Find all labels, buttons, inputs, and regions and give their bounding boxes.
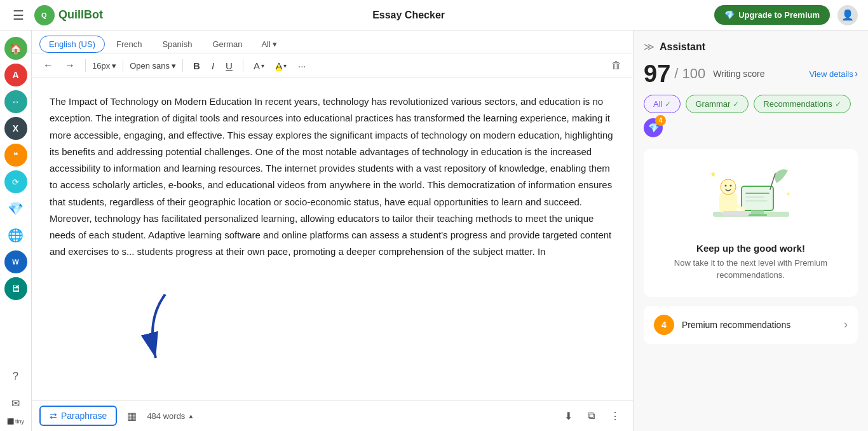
sidebar-item-translate[interactable]: ⟳ [4,170,27,193]
bold-button[interactable]: B [189,58,204,74]
score-row: 97 / 100 Writing score View details › [644,62,858,86]
all-dropdown-icon: ▾ [273,39,277,49]
score-divider: / [674,65,678,82]
font-size-selector[interactable]: 16px ▾ [92,61,116,71]
sidebar-item-chrome[interactable]: 🌐 [4,224,27,247]
badge-count: 4 [655,115,666,126]
all-label: All [261,39,270,49]
sidebar-item-home[interactable]: 🏠 [4,37,27,60]
filter-all-button[interactable]: All ✓ [644,95,681,113]
header-title: Essay Checker [111,10,707,21]
right-sidebar: ≫ Assistant 97 / 100 Writing score View … [633,31,868,431]
assistant-expand-icon[interactable]: ≫ [644,41,654,53]
font-family-dropdown-icon: ▾ [172,61,176,71]
sidebar-item-tiny[interactable]: ⬛ tiny [7,418,24,425]
expand-count-button[interactable]: ▲ [187,413,194,420]
tab-english[interactable]: English (US) [39,36,105,53]
more-options-button[interactable]: ··· [294,58,310,74]
more-bottom-button[interactable]: ⋮ [605,407,625,425]
highlight-button[interactable]: A ▾ [272,58,290,74]
svg-rect-15 [722,211,749,216]
word-icon: W [12,258,18,266]
highlight-icon: A [276,60,282,71]
table-button[interactable]: ▦ [122,407,142,425]
filter-grammar-button[interactable]: Grammar ✓ [686,95,749,113]
editor-toolbar: ← → 16px ▾ Open sans ▾ B I U A ▾ A [32,53,633,78]
svg-point-13 [729,185,731,187]
view-details-arrow: › [855,68,858,79]
filter-row: All ✓ Grammar ✓ Recommendations ✓ 💎 4 [644,95,858,137]
grammar-icon: A [12,70,18,80]
tab-spanish[interactable]: Spanish [153,36,201,52]
svg-text:Q: Q [41,11,47,19]
menu-button[interactable]: ☰ [10,5,27,25]
premium-recommendations-row[interactable]: 4 Premium recommendations › [644,306,858,344]
mail-icon: ✉ [11,397,20,409]
left-sidebar: 🏠 A ↔ X ❝ ⟳ 💎 🌐 W 🖥 ? [0,31,32,431]
delete-button[interactable]: 🗑 [607,57,625,74]
upgrade-diamond-icon: 💎 [724,10,735,20]
menu-icon: ☰ [13,8,24,22]
illustration-title: Keep up the good work! [696,243,805,254]
sidebar-item-monitor[interactable]: 🖥 [4,277,27,300]
editor-section: English (US) French Spanish German All ▾… [32,31,633,431]
word-count: 484 words ▲ [147,411,194,421]
font-family-selector[interactable]: Open sans ▾ [130,61,176,71]
paraphrase-label: Paraphrase [61,411,107,421]
upgrade-label: Upgrade to Premium [738,10,820,20]
sidebar-item-word[interactable]: W [4,250,27,273]
paraphrase-arrow-icon: ⇄ [50,411,57,421]
paraphrase-icon: ↔ [11,97,20,107]
svg-text:★: ★ [710,170,717,179]
quotes-icon: ❝ [13,150,18,160]
toolbar-separator-4 [243,59,243,72]
filter-all-label: All [653,99,662,109]
svg-point-12 [724,185,726,187]
avatar[interactable]: 👤 [837,5,858,25]
redo-button[interactable]: → [61,57,79,74]
toolbar-separator-2 [123,59,123,72]
sidebar-item-help[interactable]: ? [4,365,27,388]
sidebar-item-x[interactable]: X [4,117,27,140]
cursor-arrow [140,294,178,376]
logo-text: QuillBot [58,8,103,22]
diamond-icon: 💎 [8,201,24,216]
score-total: 100 [682,65,705,82]
sidebar-item-grammar[interactable]: A [4,64,27,86]
diamond-filter-badge[interactable]: 💎 4 [644,118,663,137]
upgrade-button[interactable]: 💎 Upgrade to Premium [714,5,830,25]
svg-rect-6 [748,214,767,216]
sidebar-item-paraphrase[interactable]: ↔ [4,90,27,113]
assistant-header: ≫ Assistant [644,41,858,53]
font-color-button[interactable]: A ▾ [250,58,268,74]
svg-rect-4 [742,186,773,210]
illustration-card: ★ ✦ Keep up the good work! Now take it t… [644,149,858,297]
undo-button[interactable]: ← [39,57,57,74]
tiny-icon: ⬛ [7,418,14,425]
tab-french[interactable]: French [107,36,151,52]
filter-recommendations-label: Recommendations [763,99,832,109]
filter-grammar-label: Grammar [695,99,730,109]
paraphrase-button[interactable]: ⇄ Paraphrase [39,406,117,426]
logo: Q QuillBot [34,5,103,25]
italic-button[interactable]: I [208,58,218,74]
sidebar-item-quotes[interactable]: ❝ [4,144,27,167]
sidebar-item-diamond[interactable]: 💎 [4,197,27,220]
svg-rect-5 [751,210,764,214]
lang-tabs-bar: English (US) French Spanish German All ▾ [32,31,633,53]
score-number: 97 [644,62,670,86]
toolbar-separator-3 [182,59,183,72]
editor-text-area[interactable]: The Impact of Technology on Modern Educa… [32,78,633,400]
font-color-dropdown: ▾ [261,62,264,69]
monitor-icon: 🖥 [11,283,21,294]
copy-button[interactable]: ⧉ [583,407,600,424]
tab-all[interactable]: All ▾ [254,36,284,52]
tab-german[interactable]: German [203,36,251,52]
sidebar-item-mail[interactable]: ✉ [4,392,27,414]
score-label: Writing score [713,69,764,79]
download-button[interactable]: ⬇ [559,407,578,425]
filter-recommendations-button[interactable]: Recommendations ✓ [754,95,850,113]
view-details-button[interactable]: View details › [810,68,858,79]
home-icon: 🏠 [10,43,22,55]
underline-button[interactable]: U [222,58,236,74]
